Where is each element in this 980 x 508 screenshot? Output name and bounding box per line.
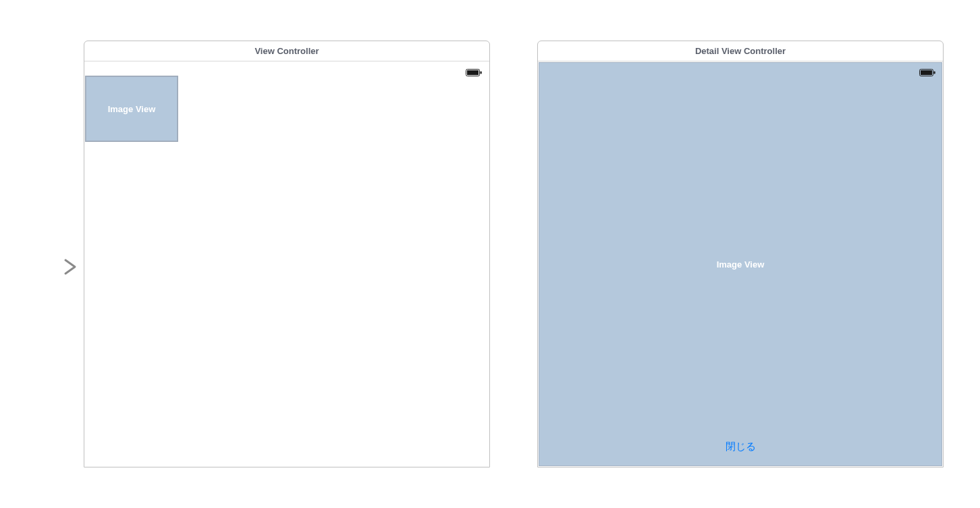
image-view-label: Image View: [717, 259, 765, 270]
image-view-label: Image View: [108, 104, 156, 114]
image-view[interactable]: Image View: [539, 62, 942, 466]
svg-rect-6: [934, 72, 935, 74]
svg-rect-2: [467, 70, 479, 75]
svg-rect-5: [921, 70, 932, 75]
storyboard-entry-arrow: [17, 257, 81, 277]
scene-body: Image View 閉じる: [538, 61, 943, 467]
close-button[interactable]: 閉じる: [538, 440, 943, 453]
detail-view-controller-scene[interactable]: Detail View Controller Image View 閉じる: [537, 41, 944, 467]
scene-title: Detail View Controller: [538, 41, 943, 61]
scene-title: View Controller: [84, 41, 489, 61]
image-view[interactable]: Image View: [86, 76, 178, 141]
scene-body: Image View: [84, 61, 489, 467]
svg-rect-3: [481, 72, 482, 74]
view-controller-scene[interactable]: View Controller Image View: [84, 41, 490, 467]
battery-icon: [919, 67, 936, 79]
battery-icon: [466, 67, 483, 79]
